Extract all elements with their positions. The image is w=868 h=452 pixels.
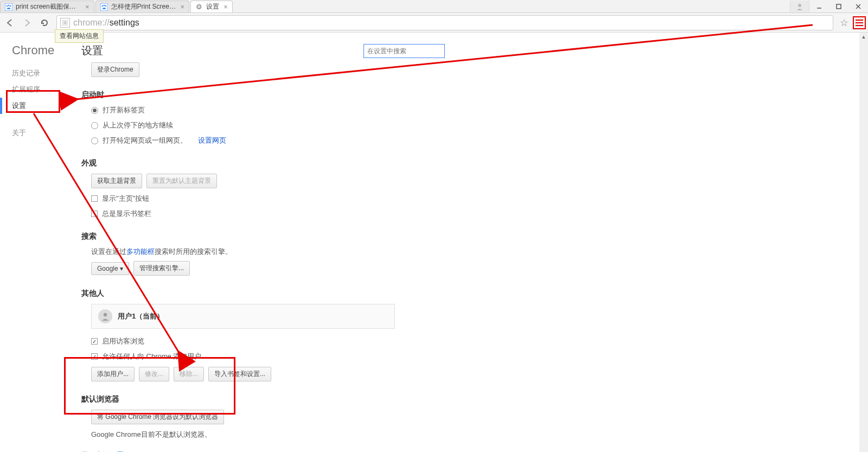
remove-user-button[interactable]: 移除... xyxy=(174,367,204,381)
browser-tab-active[interactable]: ⚙ 设置 × xyxy=(190,1,233,12)
svg-rect-10 xyxy=(837,4,841,9)
baidu-favicon-icon xyxy=(5,3,12,11)
radio-specific-pages-label: 打开特定网页或一组网页。 xyxy=(103,136,187,145)
settings-search[interactable] xyxy=(363,44,445,58)
svg-point-17 xyxy=(104,313,107,316)
set-pages-link[interactable]: 设置网页 xyxy=(198,136,226,145)
settings-sidebar: Chrome 历史记录 扩展程序 设置 关于 xyxy=(0,33,81,452)
allow-add-user-label: 允许任何人向 Chrome 添加用户 xyxy=(102,352,201,361)
window-controls xyxy=(790,0,868,13)
baidu-favicon-icon xyxy=(100,3,108,11)
section-appearance-heading: 外观 xyxy=(81,158,868,168)
close-tab-icon[interactable]: × xyxy=(224,3,228,11)
sidebar-item-history[interactable]: 历史记录 xyxy=(0,65,81,81)
svg-point-3 xyxy=(10,5,11,7)
scroll-up-icon[interactable]: ▲ xyxy=(859,33,868,41)
current-user-label: 用户1（当前） xyxy=(118,311,164,321)
omnibox-link[interactable]: 多功能框 xyxy=(126,247,155,256)
svg-point-8 xyxy=(798,4,801,7)
minimize-button[interactable] xyxy=(809,1,829,12)
search-engine-select[interactable]: Google ▾ xyxy=(91,262,129,275)
enable-guest-label: 启用访客浏览 xyxy=(102,336,144,346)
enable-guest-checkbox[interactable] xyxy=(91,338,98,345)
site-info-tooltip: 查看网站信息 xyxy=(55,29,104,43)
radio-continue-label: 从上次停下的地方继续 xyxy=(103,120,173,130)
sign-in-chrome-button[interactable]: 登录Chrome xyxy=(91,62,139,77)
reset-theme-button[interactable]: 重置为默认主题背景 xyxy=(146,174,217,188)
forward-button[interactable] xyxy=(20,15,35,30)
show-home-label: 显示"主页"按钮 xyxy=(102,194,149,203)
sidebar-item-extensions[interactable]: 扩展程序 xyxy=(0,81,81,98)
default-browser-status: Google Chrome目前不是默认浏览器。 xyxy=(91,430,868,440)
settings-main: 设置 登录Chrome 启动时 打开新标签页 从上次停下的地方继续 打开特定网页… xyxy=(81,33,868,452)
radio-new-tab-label: 打开新标签页 xyxy=(103,105,145,115)
svg-point-6 xyxy=(103,4,105,6)
current-user-card[interactable]: 用户1（当前） xyxy=(91,304,395,329)
section-people-heading: 其他人 xyxy=(81,289,868,298)
maximize-button[interactable] xyxy=(829,1,848,12)
svg-rect-4 xyxy=(100,3,108,11)
search-desc: 设置在通过多功能框搜索时所用的搜索引擎。 xyxy=(91,247,868,257)
section-search-heading: 搜索 xyxy=(81,232,868,241)
radio-new-tab[interactable] xyxy=(91,107,98,114)
profile-button[interactable] xyxy=(790,1,809,12)
get-theme-button[interactable]: 获取主题背景 xyxy=(91,174,142,188)
browser-toolbar: chrome://settings ☆ 查看网站信息 xyxy=(0,13,868,33)
svg-point-5 xyxy=(101,5,103,7)
section-startup-heading: 启动时 xyxy=(81,90,868,100)
always-bookmarks-label: 总是显示书签栏 xyxy=(102,209,151,219)
page-title: 设置 xyxy=(81,43,363,58)
tab-title: print screen截图保存在哪 xyxy=(16,2,81,11)
import-bookmarks-button[interactable]: 导入书签和设置... xyxy=(208,367,271,381)
gear-icon: ⚙ xyxy=(195,3,203,11)
browser-tab[interactable]: 怎样使用Print Screen 截 × xyxy=(95,1,190,12)
manage-search-engines-button[interactable]: 管理搜索引擎... xyxy=(133,261,190,276)
always-bookmarks-checkbox[interactable] xyxy=(91,211,98,217)
sidebar-item-about[interactable]: 关于 xyxy=(0,125,81,141)
site-info-icon[interactable] xyxy=(60,18,70,28)
svg-rect-0 xyxy=(5,3,12,11)
add-user-button[interactable]: 添加用户... xyxy=(91,367,135,381)
radio-specific-pages[interactable] xyxy=(91,137,98,144)
close-tab-icon[interactable]: × xyxy=(85,3,90,11)
vertical-scrollbar[interactable] xyxy=(859,33,868,452)
settings-page: Chrome 历史记录 扩展程序 设置 关于 设置 登录Chrome 启动时 打… xyxy=(0,33,868,452)
section-default-browser-heading: 默认浏览器 xyxy=(81,394,868,404)
tab-title: 设置 xyxy=(206,2,219,11)
bookmark-star-icon[interactable]: ☆ xyxy=(838,16,851,29)
settings-search-input[interactable] xyxy=(364,44,444,58)
sidebar-item-settings[interactable]: 设置 xyxy=(0,98,81,114)
close-tab-icon[interactable]: × xyxy=(181,3,185,11)
chrome-brand-label: Chrome xyxy=(0,43,81,65)
svg-point-7 xyxy=(105,5,106,7)
edit-user-button[interactable]: 修改... xyxy=(139,367,169,381)
reload-button[interactable] xyxy=(37,15,52,30)
close-window-button[interactable] xyxy=(848,1,868,12)
avatar-icon xyxy=(98,309,112,323)
make-default-browser-button[interactable]: 将 Google Chrome 浏览器设为默认浏览器 xyxy=(91,410,224,424)
show-home-checkbox[interactable] xyxy=(91,195,98,202)
browser-tab-strip: print screen截图保存在哪 × 怎样使用Print Screen 截 … xyxy=(0,0,868,13)
svg-point-1 xyxy=(7,5,8,7)
svg-point-2 xyxy=(8,4,10,6)
url-text: chrome://settings xyxy=(73,18,139,28)
browser-tab[interactable]: print screen截图保存在哪 × xyxy=(0,1,94,12)
tab-title: 怎样使用Print Screen 截 xyxy=(111,2,176,11)
chrome-menu-button[interactable] xyxy=(853,16,866,29)
radio-continue[interactable] xyxy=(91,122,98,129)
back-button[interactable] xyxy=(2,15,17,30)
address-bar[interactable]: chrome://settings xyxy=(56,15,833,30)
allow-add-user-checkbox[interactable] xyxy=(91,353,98,360)
